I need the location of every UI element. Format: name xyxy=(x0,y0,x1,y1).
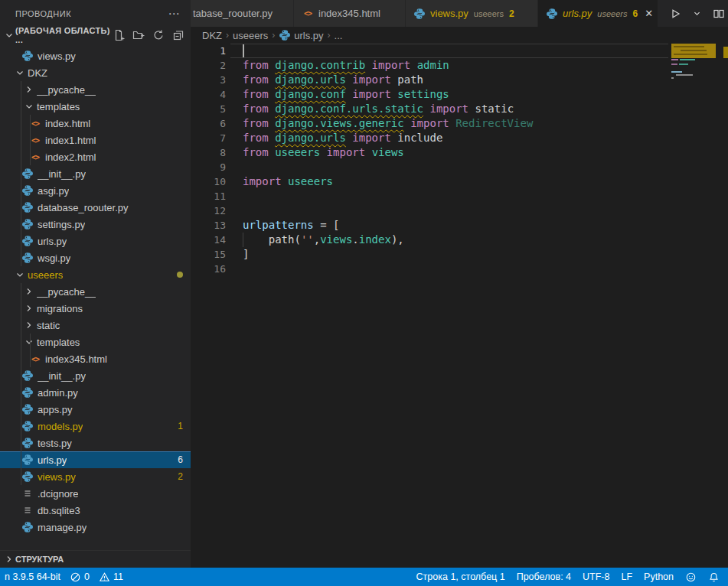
tree-item--pycache-[interactable]: __pycache__ xyxy=(0,283,191,300)
status-language[interactable]: Python xyxy=(644,571,674,582)
code-line-11[interactable]: 11 xyxy=(191,189,728,203)
explorer-title: ПРОВОДНИК xyxy=(15,9,71,18)
code-line-6[interactable]: 6from django.views.generic import Redire… xyxy=(191,116,728,131)
code-line-15[interactable]: 15] xyxy=(191,247,728,262)
explorer-more-icon[interactable]: ⋯ xyxy=(168,7,181,21)
code-line-14[interactable]: 14 path('',views.index), xyxy=(191,233,728,247)
code-line-13[interactable]: 13urlpatterns = [ xyxy=(191,218,728,233)
line-number: 4 xyxy=(191,87,226,102)
tree-item--init-py[interactable]: __init__.py xyxy=(0,367,191,384)
tree-item-index1-html[interactable]: <>index1.html xyxy=(0,132,191,148)
code-line-16[interactable]: 16 xyxy=(191,262,728,276)
code-line-12[interactable]: 12 xyxy=(191,203,728,218)
tree-item-wsgi-py[interactable]: wsgi.py xyxy=(0,249,191,266)
status-cursor-position[interactable]: Строка 1, столбец 1 xyxy=(416,571,505,582)
tree-item-index-html[interactable]: <>index.html xyxy=(0,115,191,132)
tree-item-tests-py[interactable]: tests.py xyxy=(0,435,191,451)
status-feedback[interactable] xyxy=(685,571,697,583)
tree-item-templates[interactable]: templates xyxy=(0,334,191,350)
status-warnings[interactable]: 11 xyxy=(99,571,123,583)
split-editor-icon[interactable] xyxy=(713,8,725,20)
breadcrumb-item--[interactable]: ... xyxy=(335,30,343,41)
workspace-section-header[interactable]: (РАБОЧАЯ ОБЛАСТЬ) ... xyxy=(0,27,191,44)
tree-item-urls-py[interactable]: urls.py6 xyxy=(0,451,191,468)
run-dropdown-icon[interactable] xyxy=(693,9,701,18)
html-file-icon: <> xyxy=(29,353,41,365)
line-number: 14 xyxy=(191,233,226,247)
refresh-explorer-button-icon[interactable] xyxy=(152,29,165,41)
new-folder-button-icon[interactable] xyxy=(132,29,145,41)
tab-description: useeers xyxy=(474,9,504,18)
breadcrumb-label: urls.py xyxy=(294,30,323,41)
tab-tabase-roouter-py[interactable]: tabase_roouter.py xyxy=(191,0,293,27)
tree-item-views-py[interactable]: views.py2 xyxy=(0,468,191,485)
code-line-1[interactable]: 1 xyxy=(191,44,728,58)
code-line-4[interactable]: 4from django.conf import settings xyxy=(191,87,728,102)
tab-urls-py[interactable]: urls.pyuseeers6✕ xyxy=(538,0,658,27)
tab-views-py[interactable]: views.pyuseeers2 xyxy=(406,0,537,27)
python-file-icon xyxy=(21,403,34,415)
breadcrumb-item-urls-py[interactable]: urls.py xyxy=(279,29,323,41)
tree-item-models-py[interactable]: models.py1 xyxy=(0,418,191,435)
new-file-button-icon[interactable] xyxy=(113,29,125,41)
code-line-3[interactable]: 3from django.urls import path xyxy=(191,73,728,87)
status-python-version[interactable]: n 3.9.5 64-bit xyxy=(5,571,60,582)
text-cursor xyxy=(243,44,244,57)
tree-item-label: __init__.py xyxy=(38,168,86,180)
tree-item-static[interactable]: static xyxy=(0,317,191,334)
status-indentation[interactable]: Пробелов: 4 xyxy=(517,571,571,582)
status-notifications[interactable] xyxy=(708,571,720,583)
tree-item-migrations[interactable]: migrations xyxy=(0,300,191,317)
code-line-9[interactable]: 9 xyxy=(191,160,728,174)
tree-item-label: tests.py xyxy=(38,438,72,449)
code-line-8[interactable]: 8from useeers import views xyxy=(191,145,728,160)
tree-item-dkz[interactable]: DKZ xyxy=(0,64,191,81)
tree-item-urls-py[interactable]: urls.py xyxy=(0,233,191,249)
tree-item-label: migrations xyxy=(37,303,83,314)
status-errors[interactable]: 0 xyxy=(70,571,90,583)
tree-item-useeers[interactable]: useeers xyxy=(0,266,191,283)
tree-item-asgi-py[interactable]: asgi.py xyxy=(0,182,191,199)
tree-item-views-py[interactable]: views.py xyxy=(0,47,191,64)
tree-item-db-sqlite3[interactable]: db.sqlite3 xyxy=(0,502,191,519)
tree-item-index2-html[interactable]: <>index2.html xyxy=(0,148,191,165)
vscode-window: ПРОВОДНИК ⋯ (РАБОЧАЯ ОБЛАСТЬ) ... views.… xyxy=(0,0,728,586)
tree-item-label: index1.html xyxy=(45,135,96,146)
python-file-icon xyxy=(21,218,34,230)
status-encoding[interactable]: UTF-8 xyxy=(583,571,609,582)
line-number: 11 xyxy=(191,189,226,203)
chevron-right-icon xyxy=(23,302,35,314)
modified-dot-icon xyxy=(177,272,183,278)
tree-item--pycache-[interactable]: __pycache__ xyxy=(0,81,191,98)
tree-item-index345-html[interactable]: <>index345.html xyxy=(0,350,191,367)
tree-indent-guide xyxy=(21,283,21,485)
tree-item-templates[interactable]: templates xyxy=(0,98,191,115)
tree-item-manage-py[interactable]: manage.py xyxy=(0,519,191,536)
status-eol[interactable]: LF xyxy=(621,571,632,582)
tree-indent-guide xyxy=(30,334,31,367)
line-number: 15 xyxy=(191,247,226,262)
status-language-label: Python xyxy=(644,571,674,582)
code-line-2[interactable]: 2from django.contrib import admin xyxy=(191,58,728,73)
tree-item-admin-py[interactable]: admin.py xyxy=(0,384,191,401)
collapse-folders-button-icon[interactable] xyxy=(172,29,184,41)
code-line-5[interactable]: 5from django.conf.urls.static import sta… xyxy=(191,102,728,116)
tree-item-database-roouter-py[interactable]: database_roouter.py xyxy=(0,199,191,216)
run-python-file-icon[interactable] xyxy=(669,8,681,20)
line-number: 2 xyxy=(191,58,226,73)
tree-item-apps-py[interactable]: apps.py xyxy=(0,401,191,418)
breadcrumb-item-useeers[interactable]: useeers xyxy=(233,30,268,41)
code-editor[interactable]: 12from django.contrib import admin3from … xyxy=(191,44,728,568)
code-line-10[interactable]: 10import useeers xyxy=(191,174,728,189)
tree-item-label: urls.py xyxy=(38,236,67,247)
tree-item--init-py[interactable]: __init__.py xyxy=(0,165,191,182)
breadcrumb-item-dkz[interactable]: DKZ xyxy=(202,30,222,41)
tree-item--dcignore[interactable]: .dcignore xyxy=(0,485,191,502)
close-tab-icon[interactable]: ✕ xyxy=(645,8,653,18)
tree-item-settings-py[interactable]: settings.py xyxy=(0,216,191,233)
html-file-icon: <> xyxy=(29,151,41,163)
outline-section-header[interactable]: СТРУКТУРА xyxy=(0,550,191,568)
tab-index345-html[interactable]: <>index345.html xyxy=(294,0,405,27)
code-line-7[interactable]: 7from django.urls import include xyxy=(191,131,728,145)
minimap[interactable] xyxy=(671,44,723,143)
